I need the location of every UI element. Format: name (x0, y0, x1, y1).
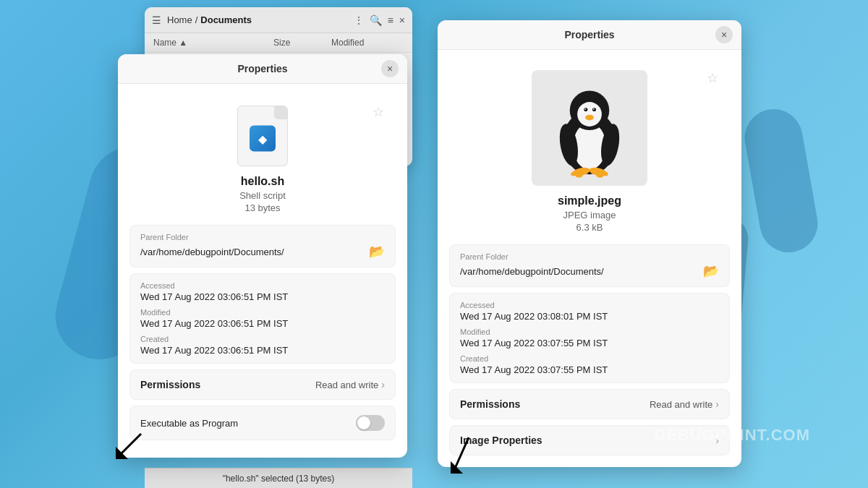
dialog2-titlebar: Properties × (438, 20, 741, 50)
dialog1-title: Properties (237, 63, 287, 74)
dialog1-accessed-row: Accessed Wed 17 Aug 2022 03:06:51 PM IST (140, 281, 385, 302)
dialog1-star-button[interactable]: ☆ (373, 104, 384, 120)
close-fm-button[interactable]: × (399, 14, 405, 26)
file-manager-header: ☰ Home / Documents ⋮ 🔍 ≡ × (145, 7, 412, 33)
dialog1-created-label: Created (140, 335, 385, 343)
col-name[interactable]: Name ▲ (153, 38, 273, 48)
dialog2-modified-label: Modified (460, 328, 719, 336)
menu-dots-button[interactable]: ⋮ (354, 14, 364, 26)
dialog2-close-button[interactable]: × (715, 26, 733, 43)
dialog2-jpeg-icon-wrapper (532, 70, 647, 186)
dialog2-body: ☆ (438, 50, 741, 467)
dialog2-parent-folder-path: /var/home/debugpoint/Documents/ (460, 266, 604, 277)
watermark: DEBUGPOINT.COM (654, 426, 810, 445)
dialog2-modified-value: Wed 17 Aug 2022 03:07:55 PM IST (460, 338, 719, 348)
dialog1-exec-card: Executable as Program (129, 406, 396, 440)
dialog1-permissions-card[interactable]: Permissions Read and write › (129, 369, 396, 400)
dialog1-modified-label: Modified (140, 308, 385, 317)
dialog2-parent-folder-value: /var/home/debugpoint/Documents/ 📂 (460, 263, 719, 279)
arrow-annotation-1 (112, 427, 148, 463)
dialog1-exec-toggle[interactable] (356, 415, 385, 431)
tux-penguin-icon (542, 76, 637, 181)
dialog1-body: ☆ hello.sh Shell script 13 bytes Parent … (118, 84, 407, 458)
decoration-blob-2 (740, 105, 822, 257)
dialog1-permissions-label: Permissions (140, 379, 200, 390)
dialog1-titlebar: Properties × (118, 54, 407, 84)
col-modified[interactable]: Modified (331, 38, 404, 48)
dialog1-modified-row: Modified Wed 17 Aug 2022 03:06:51 PM IST (140, 308, 385, 329)
dialog2-file-size: 6.3 kB (576, 222, 603, 233)
dialog1-file-icon-area: ☆ hello.sh Shell script 13 bytes (129, 95, 396, 225)
dialog1-permissions-text: Read and write (315, 380, 378, 390)
dialog2-created-value: Wed 17 Aug 2022 03:07:55 PM IST (460, 364, 719, 375)
svg-point-9 (593, 108, 595, 109)
svg-point-8 (584, 108, 586, 109)
svg-point-3 (577, 102, 602, 127)
fm-actions: ⋮ 🔍 ≡ × (354, 14, 405, 26)
arrow-annotation-2 (447, 434, 483, 477)
dialog1-parent-folder-value: /var/home/debugpoint/Documents/ 📂 (140, 244, 385, 260)
search-button[interactable]: 🔍 (370, 14, 382, 26)
dialog1-file-icon-wrapper (234, 104, 292, 168)
view-toggle-button[interactable]: ≡ (388, 14, 393, 26)
dialog2-permissions-label: Permissions (460, 398, 520, 410)
dialog2-file-name: simple.jpeg (558, 194, 621, 207)
dialog2-permissions-card[interactable]: Permissions Read and write › (449, 389, 730, 419)
dialog1-created-row: Created Wed 17 Aug 2022 03:06:51 PM IST (140, 335, 385, 356)
dialog1-exec-toggle-knob (357, 416, 370, 429)
dialog1-open-folder-icon[interactable]: 📂 (369, 244, 385, 260)
breadcrumb-documents[interactable]: Documents (200, 14, 252, 25)
svg-line-21 (454, 437, 469, 470)
col-size[interactable]: Size (273, 38, 331, 48)
svg-point-10 (585, 114, 594, 120)
breadcrumb-sep: / (195, 14, 198, 25)
dialog1-permissions-chevron-icon: › (381, 379, 385, 390)
breadcrumb-home[interactable]: Home (167, 14, 192, 25)
svg-line-19 (119, 434, 141, 455)
breadcrumb: Home / Documents (167, 14, 252, 25)
dialog2-accessed-value: Wed 17 Aug 2022 03:08:01 PM IST (460, 311, 719, 322)
dialog1-exec-label: Executable as Program (140, 418, 238, 429)
dialog2-permissions-value: Read and write › (650, 398, 719, 410)
properties-dialog-2: Properties × ☆ (438, 20, 741, 467)
dialog1-created-value: Wed 17 Aug 2022 03:06:51 PM IST (140, 345, 385, 356)
column-headers: Name ▲ Size Modified (145, 33, 412, 53)
dialog1-dates-card: Accessed Wed 17 Aug 2022 03:06:51 PM IST… (129, 273, 396, 364)
dialog2-permissions-text: Read and write (650, 399, 712, 410)
dialog2-open-folder-icon[interactable]: 📂 (703, 263, 719, 279)
dialog1-file-type: Shell script (239, 190, 286, 201)
dialog2-title: Properties (564, 29, 614, 40)
dialog2-parent-folder-label: Parent Folder (460, 252, 719, 261)
status-bar: "hello.sh" selected (13 bytes) (145, 468, 412, 488)
dialog1-modified-value: Wed 17 Aug 2022 03:06:51 PM IST (140, 318, 385, 329)
dialog1-file-name: hello.sh (241, 175, 284, 188)
status-text: "hello.sh" selected (13 bytes) (223, 474, 335, 484)
dialog1-close-button[interactable]: × (381, 60, 399, 77)
properties-dialog-1: Properties × ☆ hello.sh Shell script 13 … (118, 54, 407, 458)
dialog2-file-type: JPEG image (563, 210, 616, 221)
dialog1-accessed-label: Accessed (140, 281, 385, 290)
sidebar-toggle-icon[interactable]: ☰ (152, 14, 161, 26)
dialog1-parent-folder-card: Parent Folder /var/home/debugpoint/Docum… (129, 225, 396, 267)
dialog2-file-icon-area: ☆ (449, 61, 730, 244)
dialog2-accessed-row: Accessed Wed 17 Aug 2022 03:08:01 PM IST (460, 301, 719, 322)
dialog2-permissions-chevron-icon: › (715, 398, 719, 410)
dialog2-star-button[interactable]: ☆ (707, 70, 718, 86)
shell-script-icon (250, 126, 276, 152)
dialog1-parent-folder-path: /var/home/debugpoint/Documents/ (140, 247, 284, 257)
dialog1-accessed-value: Wed 17 Aug 2022 03:06:51 PM IST (140, 291, 385, 302)
dialog2-created-label: Created (460, 354, 719, 363)
dialog2-dates-card: Accessed Wed 17 Aug 2022 03:08:01 PM IST… (449, 293, 730, 383)
dialog1-permissions-value: Read and write › (315, 379, 385, 390)
dialog2-accessed-label: Accessed (460, 301, 719, 309)
dialog2-modified-row: Modified Wed 17 Aug 2022 03:07:55 PM IST (460, 328, 719, 348)
dialog1-parent-folder-label: Parent Folder (140, 233, 385, 241)
dialog2-created-row: Created Wed 17 Aug 2022 03:07:55 PM IST (460, 354, 719, 375)
dialog1-file-size: 13 bytes (244, 202, 280, 213)
dialog2-parent-folder-card: Parent Folder /var/home/debugpoint/Docum… (449, 244, 730, 287)
